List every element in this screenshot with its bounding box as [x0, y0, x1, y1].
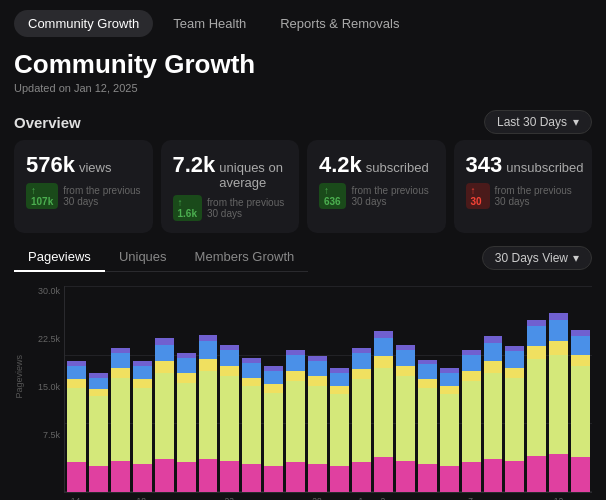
stat-change-row: ↑ 1.6k from the previous 30 days [173, 195, 288, 221]
bar-seg-android [177, 462, 196, 492]
bar-seg-ios [67, 379, 86, 387]
bar-group[interactable] [286, 350, 305, 493]
bar-seg-old [527, 320, 546, 327]
x-label: 1 [351, 496, 370, 500]
bar-seg-android [440, 466, 459, 493]
bar-group[interactable] [549, 313, 568, 492]
stat-badge: ↑ 30 [466, 183, 490, 209]
bar-seg-mobile [374, 368, 393, 458]
stat-card-0: 576kviews ↑ 107k from the previous 30 da… [14, 140, 153, 233]
bar-seg-new_reddit [484, 343, 503, 361]
x-label: 12 [549, 496, 568, 500]
bar-group[interactable] [440, 368, 459, 492]
stat-card-3: 343unsubscribed ↑ 30 from the previous 3… [454, 140, 593, 233]
view-select-label: 30 Days View [495, 251, 568, 265]
x-label [527, 496, 546, 500]
bar-seg-new_reddit [330, 373, 349, 386]
bar-seg-mobile [308, 386, 327, 464]
bar-seg-mobile [484, 373, 503, 459]
bar-group[interactable] [177, 353, 196, 492]
bar-group[interactable] [67, 361, 86, 492]
bar-seg-old [484, 336, 503, 343]
x-label [154, 496, 173, 500]
stats-row: 576kviews ↑ 107k from the previous 30 da… [0, 140, 606, 243]
x-label: 14 [66, 496, 85, 500]
stat-desc: from the previous 30 days [63, 185, 140, 207]
bar-seg-mobile [177, 383, 196, 463]
stat-change-row: ↑ 636 from the previous 30 days [319, 183, 434, 209]
bar-group[interactable] [484, 336, 503, 492]
bar-seg-android [111, 461, 130, 493]
page-title: Community Growth [14, 49, 592, 80]
tab-team-health[interactable]: Team Health [159, 10, 260, 37]
chart-container: 30.0k22.5k15.0k7.5k 1418232812712 [26, 286, 592, 500]
bar-group[interactable] [89, 373, 108, 492]
tab-community-growth[interactable]: Community Growth [14, 10, 153, 37]
bar-group[interactable] [505, 346, 524, 492]
tab-reports-removals[interactable]: Reports & Removals [266, 10, 413, 37]
bar-seg-mobile [352, 379, 371, 462]
period-select[interactable]: Last 30 Days ▾ [484, 110, 592, 134]
bar-seg-android [133, 464, 152, 492]
bar-seg-android [89, 466, 108, 493]
bar-seg-mobile [264, 393, 283, 466]
bar-seg-mobile [89, 396, 108, 466]
bar-group[interactable] [308, 356, 327, 492]
bar-seg-ios [264, 384, 283, 392]
stat-unit: views [79, 160, 112, 175]
x-axis: 1418232812712 [64, 496, 592, 500]
bar-seg-new_reddit [264, 371, 283, 384]
bars-area [64, 286, 592, 493]
bar-group[interactable] [571, 330, 590, 493]
bar-group[interactable] [133, 361, 152, 492]
chart-inner: 1418232812712 [64, 286, 592, 500]
chart-tab-2[interactable]: Members Growth [181, 243, 309, 272]
stat-unit: unsubscribed [506, 160, 583, 175]
bar-seg-android [396, 461, 415, 493]
bar-group[interactable] [264, 366, 283, 492]
bar-seg-android [549, 454, 568, 492]
bar-group[interactable] [396, 345, 415, 493]
overview-header: Overview Last 30 Days ▾ [0, 100, 606, 140]
x-label [110, 496, 129, 500]
bar-seg-new_reddit [505, 351, 524, 368]
bar-seg-android [330, 466, 349, 493]
stat-unit: uniques on average [219, 160, 287, 190]
x-label [242, 496, 261, 500]
bar-group[interactable] [111, 348, 130, 492]
bar-group[interactable] [242, 358, 261, 492]
chart-tab-0[interactable]: Pageviews [14, 243, 105, 272]
bar-seg-old [374, 331, 393, 338]
chart-tab-1[interactable]: Uniques [105, 243, 181, 272]
bar-seg-new_reddit [111, 353, 130, 368]
stat-value: 576kviews [26, 152, 141, 178]
bar-seg-new_reddit [67, 366, 86, 379]
bar-group[interactable] [352, 348, 371, 492]
view-select[interactable]: 30 Days View ▾ [482, 246, 592, 270]
bar-seg-mobile [111, 378, 130, 461]
bar-group[interactable] [330, 368, 349, 492]
bar-group[interactable] [462, 350, 481, 493]
stat-badge: ↑ 636 [319, 183, 346, 209]
bar-seg-ios [396, 366, 415, 376]
page-subtitle: Updated on Jan 12, 2025 [14, 82, 592, 94]
bar-group[interactable] [527, 320, 546, 492]
x-label [88, 496, 107, 500]
bar-seg-ios [133, 379, 152, 387]
bar-seg-new_reddit [177, 358, 196, 373]
period-label: Last 30 Days [497, 115, 567, 129]
bar-seg-mobile [527, 359, 546, 455]
bar-group[interactable] [199, 335, 218, 493]
bar-seg-ios [527, 346, 546, 359]
bar-seg-mobile [418, 388, 437, 464]
stat-unit: subscribed [366, 160, 429, 175]
bar-group[interactable] [155, 338, 174, 492]
bar-seg-ios [286, 371, 305, 381]
bar-seg-new_reddit [242, 363, 261, 378]
page-header: Community Growth Updated on Jan 12, 2025 [0, 37, 606, 100]
bar-group[interactable] [418, 360, 437, 493]
bar-group[interactable] [220, 345, 239, 493]
chart-header: PageviewsUniquesMembers Growth 30 Days V… [14, 243, 592, 272]
chart-tabs: PageviewsUniquesMembers Growth [14, 243, 308, 272]
bar-group[interactable] [374, 331, 393, 492]
